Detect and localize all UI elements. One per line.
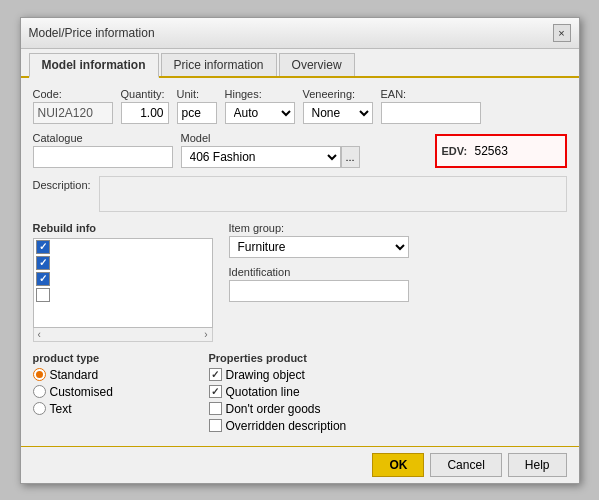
scroll-right-icon[interactable]: › [204,329,207,340]
radio-standard-label: Standard [50,368,99,382]
rebuild-checkbox-2[interactable]: ✓ [36,256,50,270]
catalogue-input[interactable] [33,146,173,168]
rebuild-scrollbar: ‹ › [33,328,213,342]
prop-drawing-checkbox[interactable] [209,368,222,381]
dialog-title: Model/Price information [29,26,155,40]
properties-label: Properties product [209,352,567,364]
ok-button[interactable]: OK [372,453,424,477]
radio-text-label: Text [50,402,72,416]
product-type-label: product type [33,352,193,364]
prop-quotation-label: Quotation line [226,385,300,399]
tab-price-information[interactable]: Price information [161,53,277,76]
identification-label: Identification [229,266,567,278]
properties-section: Properties product Drawing object Quotat… [209,352,567,436]
quantity-group: Quantity: [121,88,169,124]
prop-dont-order-label: Don't order goods [226,402,321,416]
footer: OK Cancel Help [21,446,579,483]
rebuild-item-3: ✓ [34,271,212,287]
prop-dont-order[interactable]: Don't order goods [209,402,567,416]
prop-dont-order-checkbox[interactable] [209,402,222,415]
ean-label: EAN: [381,88,481,100]
rebuild-list: ✓ ✓ ✓ [33,238,213,328]
catalogue-label: Catalogue [33,132,173,144]
radio-customised-circle[interactable] [33,385,46,398]
quantity-label: Quantity: [121,88,169,100]
item-group-label: Item group: [229,222,567,234]
description-label: Description: [33,176,93,191]
model-label: Model [181,132,428,144]
title-bar: Model/Price information × [21,18,579,49]
tab-bar: Model information Price information Over… [21,49,579,78]
hinges-group: Hinges: Auto Left Right None [225,88,295,124]
product-type-section: product type Standard Customised Text [33,352,193,436]
rebuild-item-1: ✓ [34,239,212,255]
item-group-select[interactable]: Furniture Hardware Other [229,236,409,258]
model-group: Model 406 Fashion ... [181,132,428,168]
help-button[interactable]: Help [508,453,567,477]
code-input[interactable] [33,102,113,124]
cancel-button[interactable]: Cancel [430,453,501,477]
edv-label: EDV: [441,145,467,157]
description-row: Description: [33,176,567,212]
ean-group: EAN: [381,88,481,124]
tab-model-information[interactable]: Model information [29,53,159,78]
rebuild-item-2: ✓ [34,255,212,271]
model-browse-button[interactable]: ... [341,146,360,168]
unit-input[interactable] [177,102,217,124]
rebuild-info-section: Rebuild info ✓ ✓ ✓ ‹ [33,222,213,342]
rebuild-checkbox-3[interactable]: ✓ [36,272,50,286]
identification-group: Identification [229,266,567,302]
hinges-label: Hinges: [225,88,295,100]
edv-input[interactable] [471,140,561,162]
rebuild-checkbox-4[interactable] [36,288,50,302]
veneering-label: Veneering: [303,88,373,100]
catalogue-group: Catalogue [33,132,173,168]
code-group: Code: [33,88,113,124]
model-input-wrap: 406 Fashion ... [181,146,428,168]
close-button[interactable]: × [553,24,571,42]
radio-customised[interactable]: Customised [33,385,193,399]
prop-quotation-checkbox[interactable] [209,385,222,398]
item-group-row: Item group: Furniture Hardware Other [229,222,567,258]
prop-overridden-desc[interactable]: Overridden description [209,419,567,433]
hinges-select[interactable]: Auto Left Right None [225,102,295,124]
identification-input[interactable] [229,280,409,302]
veneering-select[interactable]: None Standard Custom [303,102,373,124]
prop-drawing-object[interactable]: Drawing object [209,368,567,382]
edv-group: EDV: [435,134,566,168]
prop-overridden-checkbox[interactable] [209,419,222,432]
rebuild-label: Rebuild info [33,222,213,234]
bottom-section: Rebuild info ✓ ✓ ✓ ‹ [33,222,567,342]
tab-overview[interactable]: Overview [279,53,355,76]
scroll-left-icon[interactable]: ‹ [38,329,41,340]
unit-label: Unit: [177,88,217,100]
veneering-group: Veneering: None Standard Custom [303,88,373,124]
dialog-window: Model/Price information × Model informat… [20,17,580,484]
rebuild-item-4 [34,287,212,303]
prop-overridden-label: Overridden description [226,419,347,433]
description-area[interactable] [99,176,567,212]
radio-text[interactable]: Text [33,402,193,416]
type-properties-row: product type Standard Customised Text Pr… [33,352,567,436]
content-area: Code: Quantity: Unit: Hinges: Auto Left … [21,78,579,446]
item-group-group: Item group: Furniture Hardware Other [229,222,567,258]
ean-input[interactable] [381,102,481,124]
right-section: Item group: Furniture Hardware Other Ide… [229,222,567,342]
model-select[interactable]: 406 Fashion [181,146,341,168]
code-label: Code: [33,88,113,100]
rebuild-checkbox-1[interactable]: ✓ [36,240,50,254]
prop-drawing-label: Drawing object [226,368,305,382]
unit-group: Unit: [177,88,217,124]
prop-quotation-line[interactable]: Quotation line [209,385,567,399]
radio-standard[interactable]: Standard [33,368,193,382]
radio-standard-circle[interactable] [33,368,46,381]
quantity-input[interactable] [121,102,169,124]
row-top-fields: Code: Quantity: Unit: Hinges: Auto Left … [33,88,567,124]
radio-customised-label: Customised [50,385,113,399]
radio-text-circle[interactable] [33,402,46,415]
identification-row: Identification [229,266,567,302]
